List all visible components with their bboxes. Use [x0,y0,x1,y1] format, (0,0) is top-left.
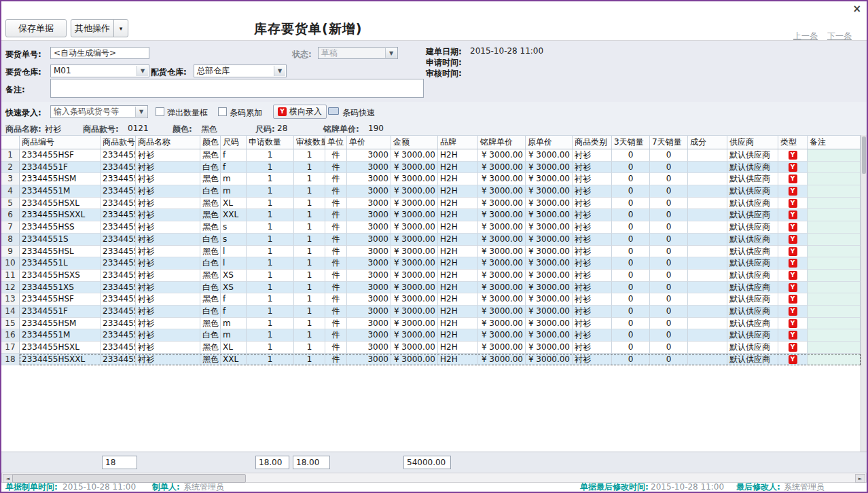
request-warehouse-select[interactable]: M01 ▼ [50,65,149,77]
horizontal-entry-button[interactable]: 横向录入 [273,105,327,119]
table-row[interactable]: 423344551M2334455衬衫白色m11件3000¥ 3000.00H2… [1,185,861,198]
cell-unit: 件 [325,257,347,270]
col-header-remark[interactable]: 备注 [808,136,861,149]
table-row[interactable]: 112334455HSXS2334455衬衫黑色XS11件3000¥ 3000.… [1,270,861,282]
col-header-color[interactable]: 颜色 [200,136,221,149]
filter-icon [789,235,797,244]
table-row[interactable]: 12334455HSF2334455衬衫黑色f11件3000¥ 3000.00H… [1,149,861,162]
table-row[interactable]: 152334455HSM2334455衬衫黑色m11件3000¥ 3000.00… [1,318,861,330]
cell-row-number: 1 [1,149,20,162]
col-header-unit-price[interactable]: 单价 [347,136,391,149]
table-row[interactable]: 223344551F2334455衬衫白色f11件3000¥ 3000.00H2… [1,162,861,174]
cell-type [778,162,808,174]
cell-row-number: 6 [1,209,20,221]
vertical-scrollbar-thumb[interactable] [862,136,866,174]
cell-original-price: ¥ 3000.00 [526,221,573,234]
cell-unit-price: 3000 [347,198,391,210]
cell-apply-qty: 1 [247,173,294,185]
col-header-amount[interactable]: 金额 [391,136,438,149]
cell-audit-qty: 1 [294,173,325,185]
cell-color: 白色 [200,185,221,198]
col-header-audit-qty[interactable]: 审核数量 [294,136,325,149]
chevron-down-icon[interactable]: ▼ [137,66,148,76]
table-row[interactable]: 172334455HSXL2334455衬衫黑色XL11件3000¥ 3000.… [1,342,861,354]
cell-remark [808,257,861,270]
col-header-tag-price[interactable]: 铭牌单价 [478,136,526,149]
col-header-original-price[interactable]: 原单价 [526,136,573,149]
table-row[interactable]: 132334455HSF2334455衬衫黑色f11件3000¥ 3000.00… [1,293,861,306]
popup-qty-checkbox[interactable] [156,107,164,116]
cell-composition [688,318,727,330]
cell-brand: H2H [438,246,478,258]
vertical-scrollbar[interactable] [861,135,867,452]
cell-unit: 件 [325,293,347,306]
quick-entry-input[interactable]: 输入条码或货号等 ▼ [50,105,148,118]
table-row[interactable]: 1423344551F2334455衬衫白色f11件3000¥ 3000.00H… [1,306,861,318]
cell-type [778,221,808,234]
col-header-product-code[interactable]: 商品编号 [20,136,101,149]
chevron-down-icon: ▼ [385,48,397,58]
cell-style-no: 2334455 [101,209,136,221]
barcode-accumulate-checkbox[interactable] [218,107,227,116]
color-value: 黑色 [201,124,217,135]
table-row[interactable]: 823344551S2334455衬衫白色s11件3000¥ 3000.00H2… [1,234,861,246]
horizontal-scrollbar[interactable]: ◄ ► [1,473,867,483]
card-icon[interactable] [328,107,339,115]
table-row[interactable]: 62334455HSXXL2334455衬衫黑色XXL11件3000¥ 3000… [1,209,861,221]
cell-style-no: 2334455 [101,246,136,258]
cell-product-name: 衬衫 [136,257,200,270]
remark-field[interactable] [50,79,424,98]
table-row[interactable]: 1623344551M2334455衬衫白色m11件3000¥ 3000.00H… [1,329,861,342]
table-row[interactable]: 92334455HSL2334455衬衫黑色l11件3000¥ 3000.00H… [1,246,861,258]
cell-tag-price: ¥ 3000.00 [478,270,526,282]
cell-original-price: ¥ 3000.00 [526,306,573,318]
close-icon[interactable]: × [852,3,861,15]
col-header-sales-7day[interactable]: 7天销量 [650,136,688,149]
col-header-style-no[interactable]: 商品款号 [101,136,136,149]
col-header-sales-3day[interactable]: 3天销量 [612,136,650,149]
col-header-product-name[interactable]: 商品名称 [136,136,200,149]
col-header-type[interactable]: 类型 [778,136,808,149]
cell-category: 衬衫 [573,282,612,294]
table-row[interactable]: 1223344551XS2334455衬衫白色XS11件3000¥ 3000.0… [1,282,861,294]
cell-tag-price: ¥ 3000.00 [478,162,526,174]
col-header-category[interactable]: 商品类别 [573,136,612,149]
dispatch-warehouse-select[interactable]: 总部仓库 ▼ [194,65,287,77]
modified-time-value: 2015-10-28 11:00 [651,483,716,492]
cell-original-price: ¥ 3000.00 [526,270,573,282]
cell-unit-price: 3000 [347,306,391,318]
cell-product-code: 2334455HSXL [20,198,101,210]
other-operations-button[interactable]: 其他操作 [71,19,114,37]
cell-style-no: 2334455 [101,185,136,198]
cell-sales-3day: 0 [612,354,650,366]
cell-brand: H2H [438,185,478,198]
cell-composition [688,293,727,306]
col-header-unit[interactable]: 单位 [325,136,347,149]
cell-color: 黑色 [200,293,221,306]
scroll-right-arrow-icon[interactable]: ► [855,474,865,483]
table-row[interactable]: 52334455HSXL2334455衬衫黑色XL11件3000¥ 3000.0… [1,198,861,210]
col-header-row-number[interactable] [1,136,20,149]
size-label: 尺码: [255,124,275,135]
cell-sales-7day: 0 [650,234,688,246]
chevron-down-icon[interactable]: ▼ [274,66,285,76]
order-no-field[interactable]: <自动生成编号> [50,47,149,59]
cell-sales-7day: 0 [650,185,688,198]
table-row[interactable]: 32334455HSM2334455衬衫黑色m11件3000¥ 3000.00H… [1,173,861,185]
cell-original-price: ¥ 3000.00 [526,234,573,246]
cell-remark [808,354,861,366]
col-header-brand[interactable]: 品牌 [438,136,478,149]
chevron-down-icon[interactable]: ▼ [135,107,147,117]
cell-product-code: 2334455HSF [20,293,101,306]
table-row[interactable]: 72334455HSS2334455衬衫黑色s11件3000¥ 3000.00H… [1,221,861,234]
table-row[interactable]: 182334455HSXXL2334455衬衫黑色XXL11件3000¥ 300… [1,354,861,366]
col-header-composition[interactable]: 成分 [688,136,727,149]
dispatch-warehouse-label: 配货仓库: [151,67,187,78]
col-header-supplier[interactable]: 供应商 [727,136,778,149]
table-row[interactable]: 1023344551L2334455衬衫白色l11件3000¥ 3000.00H… [1,257,861,270]
col-header-apply-qty[interactable]: 申请数量 [247,136,294,149]
cell-brand: H2H [438,329,478,342]
col-header-size[interactable]: 尺码 [221,136,247,149]
other-operations-dropdown-arrow-icon[interactable]: ▾ [113,19,128,37]
save-document-button[interactable]: 保存单据 [5,19,67,37]
